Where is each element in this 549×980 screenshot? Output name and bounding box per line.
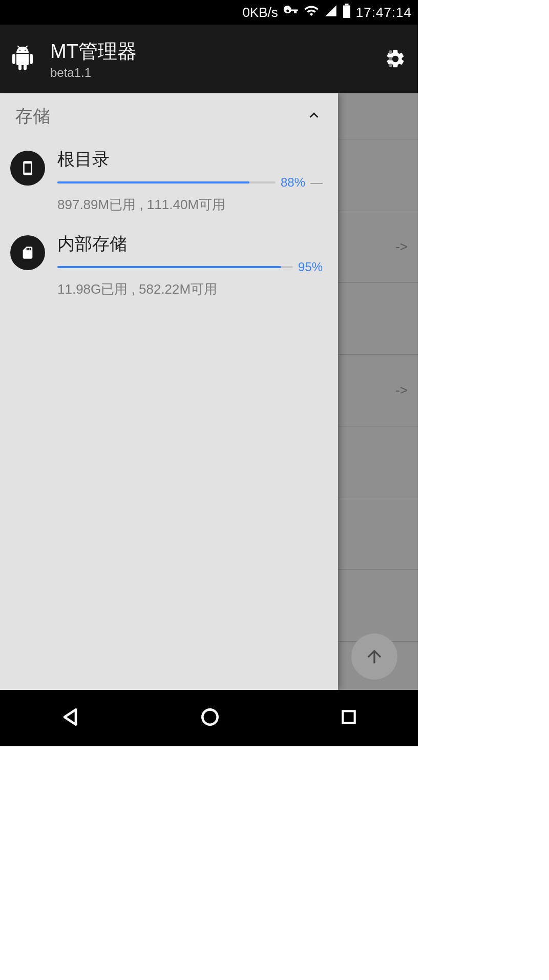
- vpn-key-icon: [283, 3, 299, 22]
- storage-percent: 95%: [298, 260, 323, 274]
- scroll-top-button[interactable]: [351, 634, 397, 680]
- overflow-menu-button[interactable]: [378, 46, 403, 71]
- svg-rect-0: [343, 5, 350, 18]
- storage-detail: 897.89M已用 , 111.40M可用: [57, 196, 323, 214]
- battery-icon: [343, 4, 351, 22]
- signal-icon: [324, 4, 337, 21]
- app-bar: MT管理器 beta1.1: [0, 25, 418, 93]
- status-bar: 0KB/s 17:47:14: [0, 0, 418, 25]
- sd-card-icon: [10, 235, 45, 270]
- navigation-drawer: 存储 根目录 88% — 897.89M已用 , 111.40M可用: [0, 93, 338, 690]
- network-speed: 0KB/s: [242, 5, 278, 21]
- symlink-indicator: ->: [395, 382, 408, 398]
- storage-progress: [57, 181, 276, 183]
- wifi-icon: [304, 3, 319, 22]
- app-subtitle: beta1.1: [50, 66, 383, 80]
- svg-rect-3: [343, 711, 355, 723]
- storage-progress: [57, 266, 293, 268]
- nav-back-button[interactable]: [59, 706, 81, 730]
- storage-section-label: 存储: [15, 105, 50, 128]
- nav-recents-button[interactable]: [339, 707, 359, 729]
- storage-title: 内部存储: [57, 232, 323, 256]
- system-nav-bar: [0, 690, 418, 746]
- storage-percent: 88%: [281, 175, 305, 190]
- symlink-indicator: ->: [395, 239, 408, 255]
- storage-detail: 11.98G已用 , 582.22M可用: [57, 280, 323, 298]
- storage-section-header[interactable]: 存储: [0, 93, 338, 138]
- chevron-up-icon: [305, 107, 323, 126]
- storage-title: 根目录: [57, 148, 323, 171]
- storage-item-internal[interactable]: 内部存储 95% 11.98G已用 , 582.22M可用: [0, 223, 338, 308]
- app-title: MT管理器: [50, 38, 383, 65]
- phone-icon: [10, 151, 45, 186]
- clock: 17:47:14: [356, 5, 412, 21]
- storage-item-root[interactable]: 根目录 88% — 897.89M已用 , 111.40M可用: [0, 138, 338, 223]
- nav-home-button[interactable]: [199, 706, 221, 730]
- android-icon: [10, 45, 35, 73]
- svg-point-2: [202, 709, 217, 724]
- svg-rect-1: [345, 4, 348, 6]
